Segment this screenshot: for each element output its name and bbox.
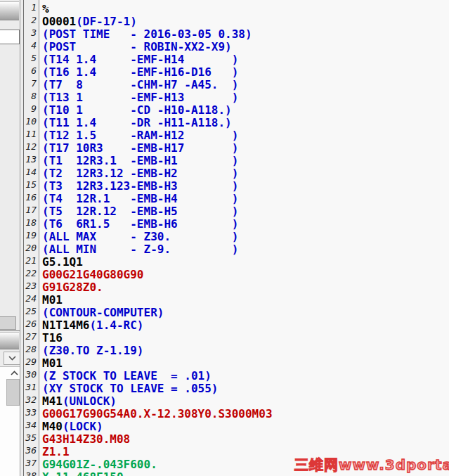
- left-panel-button[interactable]: [0, 316, 16, 330]
- code-line[interactable]: 14(T2 12R3.12 -EMB-H2 ): [24, 167, 449, 179]
- code-text: (T3 12R3.123-EMB-H3 ): [39, 179, 238, 192]
- line-number: 36: [24, 445, 39, 458]
- code-text: (T14 1.4 -EMF-H14 ): [39, 53, 238, 65]
- code-text: (T13 1 -EMF-H13 ): [39, 91, 238, 103]
- chevron-up-icon: [11, 371, 18, 375]
- line-number: 38: [24, 470, 39, 476]
- line-number: 31: [24, 382, 39, 394]
- code-text: (T11 1.4 -DR -H11-A118.): [39, 116, 232, 129]
- code-line[interactable]: 23G91G28Z0.: [24, 281, 449, 293]
- line-number: 23: [24, 281, 39, 293]
- line-number: 35: [24, 432, 39, 445]
- left-panel-header-bottom: [0, 332, 19, 349]
- code-line[interactable]: 29M01: [24, 356, 449, 369]
- code-text: G5.1Q1: [39, 255, 83, 268]
- line-number: 33: [24, 407, 39, 420]
- code-text: (T2 12R3.12 -EMB-H2 ): [39, 167, 238, 179]
- line-number: 16: [24, 192, 39, 205]
- code-line[interactable]: 31(XY STOCK TO LEAVE = .055): [24, 382, 449, 394]
- code-line[interactable]: 8(T13 1 -EMF-H13 ): [24, 91, 449, 103]
- code-line[interactable]: 26N1T14M6(1.4-RC): [24, 319, 449, 331]
- line-number: 9: [24, 103, 39, 116]
- code-line[interactable]: 22G00G21G40G80G90: [24, 268, 449, 281]
- code-line[interactable]: 30(Z STOCK TO LEAVE = .01): [24, 369, 449, 382]
- code-line[interactable]: 12(T17 10R3 -EMB-H17 ): [24, 141, 449, 154]
- code-line[interactable]: 18(T6 6R1.5 -EMB-H6 ): [24, 217, 449, 230]
- left-panel-input-box[interactable]: [0, 30, 20, 44]
- line-number: 20: [24, 243, 39, 255]
- line-number: 32: [24, 394, 39, 407]
- watermark-text: 三维网www.3dportal.cn: [294, 456, 449, 475]
- code-line[interactable]: 35G43H14Z30.M08: [24, 432, 449, 445]
- code-line[interactable]: 6(T16 1.4 -EMF-H16-D16 ): [24, 65, 449, 78]
- code-text: (T7 8 -CHM-H7 -A45. ): [39, 78, 238, 91]
- code-line[interactable]: 5(T14 1.4 -EMF-H14 ): [24, 53, 449, 65]
- code-text: %: [39, 2, 49, 15]
- code-line[interactable]: 11(T12 1.5 -RAM-H12 ): [24, 129, 449, 141]
- code-line[interactable]: 28(Z30.TO Z-1.19): [24, 344, 449, 356]
- code-line[interactable]: 33G00G17G90G54A0.X-12.308Y0.S3000M03: [24, 407, 449, 420]
- code-text: G00G21G40G80G90: [39, 268, 144, 281]
- code-text: (T12 1.5 -RAM-H12 ): [39, 129, 238, 141]
- code-line[interactable]: 3(POST TIME - 2016-03-05 0.38): [24, 27, 449, 40]
- code-line[interactable]: 10(T11 1.4 -DR -H11-A118.): [24, 116, 449, 129]
- line-number: 26: [24, 319, 39, 331]
- code-line[interactable]: 13(T1 12R3.1 -EMB-H1 ): [24, 154, 449, 167]
- scrollbar-thumb[interactable]: [6, 379, 20, 406]
- code-text: (Z30.TO Z-1.19): [39, 344, 144, 356]
- code-text: G94G01Z-.043F600.: [39, 458, 157, 470]
- code-text: (T5 12R.12 -EMB-H5 ): [39, 205, 238, 217]
- dropdown-button[interactable]: [4, 352, 21, 365]
- code-line[interactable]: 2O0001(DF-17-1): [24, 15, 449, 27]
- line-number: 11: [24, 129, 39, 141]
- line-number: 19: [24, 230, 39, 243]
- code-line[interactable]: 17(T5 12R.12 -EMB-H5 ): [24, 205, 449, 217]
- line-number: 15: [24, 179, 39, 192]
- code-text: M41(UNLOCK): [39, 394, 117, 407]
- left-panel-header-top: [0, 1, 19, 20]
- code-line[interactable]: 16(T4 12R.1 -EMB-H4 ): [24, 192, 449, 205]
- code-text: (T4 12R.1 -EMB-H4 ): [39, 192, 238, 205]
- code-line[interactable]: 15(T3 12R3.123-EMB-H3 ): [24, 179, 449, 192]
- line-number: 17: [24, 205, 39, 217]
- line-number: 4: [24, 40, 39, 53]
- code-line[interactable]: 25(CONTOUR-COMPUTER): [24, 306, 449, 319]
- line-number: 24: [24, 293, 39, 306]
- code-text: (ALL MAX - Z30. ): [39, 230, 238, 243]
- line-number: 18: [24, 217, 39, 230]
- code-text: (T16 1.4 -EMF-H16-D16 ): [39, 65, 238, 78]
- left-panel-divider: [0, 330, 20, 331]
- code-text: (T17 10R3 -EMB-H17 ): [39, 141, 238, 154]
- code-line[interactable]: 27T16: [24, 331, 449, 344]
- code-text: Z1.1: [39, 445, 70, 458]
- line-number: 27: [24, 331, 39, 344]
- nc-code-editor[interactable]: 1%2O0001(DF-17-1)3(POST TIME - 2016-03-0…: [24, 0, 449, 476]
- code-text: G00G17G90G54A0.X-12.308Y0.S3000M03: [39, 407, 273, 420]
- code-line[interactable]: 1%: [24, 2, 449, 15]
- line-number: 13: [24, 154, 39, 167]
- line-number: 6: [24, 65, 39, 78]
- line-number: 14: [24, 167, 39, 179]
- code-text: X-11.468F150.: [39, 470, 130, 476]
- code-text: (T6 6R1.5 -EMB-H6 ): [39, 217, 238, 230]
- scroll-up-button[interactable]: [9, 368, 19, 378]
- code-text: (T1 12R3.1 -EMB-H1 ): [39, 154, 238, 167]
- code-line[interactable]: 32M41(UNLOCK): [24, 394, 449, 407]
- line-number: 34: [24, 420, 39, 432]
- line-number: 21: [24, 255, 39, 268]
- line-number: 12: [24, 141, 39, 154]
- code-line[interactable]: 21G5.1Q1: [24, 255, 449, 268]
- code-line[interactable]: 24M01: [24, 293, 449, 306]
- code-text: G91G28Z0.: [39, 281, 103, 293]
- code-line[interactable]: 20(ALL MIN - Z-9. ): [24, 243, 449, 255]
- code-line[interactable]: 7(T7 8 -CHM-H7 -A45. ): [24, 78, 449, 91]
- line-number: 29: [24, 356, 39, 369]
- code-text: (CONTOUR-COMPUTER): [39, 306, 164, 319]
- line-number: 22: [24, 268, 39, 281]
- code-line[interactable]: 34M40(LOCK): [24, 420, 449, 432]
- line-number: 5: [24, 53, 39, 65]
- line-number: 28: [24, 344, 39, 356]
- code-line[interactable]: 19(ALL MAX - Z30. ): [24, 230, 449, 243]
- code-line[interactable]: 9(T10 1 -CD -H10-A118.): [24, 103, 449, 116]
- code-line[interactable]: 4(POST - ROBIN-XX2-X9): [24, 40, 449, 53]
